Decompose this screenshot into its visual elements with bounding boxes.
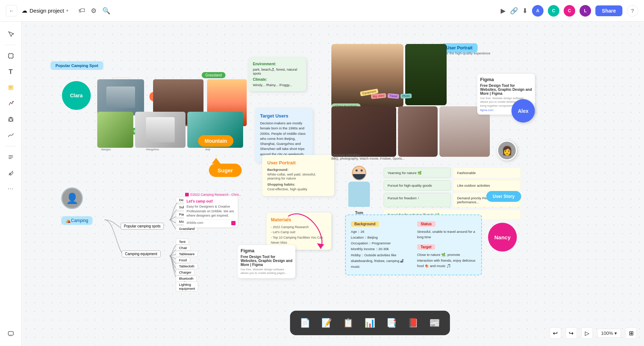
popular-camping-spot-badge: Popular Camping Spot xyxy=(50,61,103,70)
equip-food: Food xyxy=(176,257,190,263)
equip-tableware: Tableware xyxy=(176,251,198,257)
environment-text: park, beach🏖, forest, natural spots xyxy=(253,67,302,75)
environment-title: Environment: xyxy=(253,62,302,66)
avatar-l[interactable]: L xyxy=(580,5,591,17)
svg-point-12 xyxy=(12,101,14,102)
sidebar-item-more[interactable]: ··· xyxy=(4,182,17,195)
avatar-c2[interactable]: C xyxy=(564,5,575,17)
climate-title: Climate: xyxy=(253,77,302,81)
play-icon[interactable]: ▶ xyxy=(501,7,506,15)
sidebar-item-sticky[interactable] xyxy=(4,81,17,94)
figma-logo: Figma xyxy=(241,248,292,253)
figma-card-bottom: Figma Free Design Tool for Websites, Gra… xyxy=(238,245,295,278)
mountain-node: Mountain xyxy=(198,135,233,147)
tag-freedom: Pursuit for freedom ↑ xyxy=(384,193,451,207)
left-sidebar: T ··· xyxy=(0,22,22,346)
target-title: Target xyxy=(417,244,435,250)
figma-card-desc: Our free. Website design software allows… xyxy=(241,268,292,275)
figma-card-title: Free Design Tool for Websites, Graphic D… xyxy=(241,255,292,267)
equip-lighting: Lighting equipment xyxy=(176,281,198,292)
sidebar-item-list[interactable] xyxy=(4,151,17,164)
climate-text: Windy... /Rainy... /Foggy... xyxy=(253,83,302,87)
sidebar-divider-2 xyxy=(5,146,16,146)
portrait-bg-label: Background: xyxy=(267,168,329,172)
photo-park1 xyxy=(97,112,133,148)
anji-label: Anji xyxy=(205,148,210,151)
sidebar-item-shape[interactable] xyxy=(4,113,17,126)
bottom-toolbar: 📄 📝 📋 📊 📑 📕 📰 xyxy=(290,311,450,335)
sidebar-item-draw[interactable] xyxy=(4,97,17,110)
sidebar-item-text[interactable]: T xyxy=(4,65,17,78)
svg-rect-19 xyxy=(8,332,13,335)
tag-nature: Yearning for nature 🌿 xyxy=(384,168,451,178)
toolbar-doc-icon[interactable]: 📄 xyxy=(297,315,313,331)
materials-text: - 2022 Camping Research - Let's Camp out… xyxy=(271,225,327,245)
label-icon[interactable]: 🏷 xyxy=(79,7,85,14)
svg-rect-9 xyxy=(8,85,13,90)
sidebar-divider-1 xyxy=(5,45,16,45)
bg-right-col: Status Stressful, unable to travel aroun… xyxy=(417,220,476,270)
share-button[interactable]: Share xyxy=(595,5,622,16)
lets-camp-title: Let's camp out! xyxy=(187,199,235,203)
toolbar-pdf-icon[interactable]: 📕 xyxy=(405,315,421,331)
help-button[interactable]: ? xyxy=(627,5,638,17)
bottom-right-controls: ↩ ↪ ▷ 100% ▾ ⊞ xyxy=(550,327,637,339)
suger-node: Suger xyxy=(209,162,242,177)
portrait-shopping-text: Cost-effective, high quality xyxy=(267,187,329,191)
toolbar-word-icon[interactable]: 📝 xyxy=(319,315,335,331)
avatar-a[interactable]: A xyxy=(532,5,544,17)
settings-icon[interactable]: ⚙ xyxy=(91,7,97,15)
sidebar-item-curve[interactable] xyxy=(4,129,17,142)
tag-fashionable: Fashionable xyxy=(453,168,520,178)
back-button[interactable]: ← xyxy=(6,5,17,17)
download-icon[interactable]: ⬇ xyxy=(522,7,528,15)
user-story-button[interactable]: User Story xyxy=(486,191,521,202)
relaxing-tag: Relaxing activities: BBQ, photography, W… xyxy=(331,153,405,160)
clara-node[interactable]: Clara xyxy=(62,81,91,110)
sidebar-item-comment[interactable] xyxy=(4,327,17,340)
toolbar-ppt-icon[interactable]: 📑 xyxy=(384,315,399,331)
materials-title: Materials xyxy=(271,217,327,222)
tom-illustration xyxy=(345,166,374,209)
share-link-icon[interactable]: 🔗 xyxy=(510,7,518,15)
zoom-control[interactable]: 100% ▾ xyxy=(597,329,621,338)
grid-view-button[interactable]: ⊞ xyxy=(625,327,637,339)
target-text: Close to nature 🌿, promote interaction w… xyxy=(417,252,476,269)
tom-persona: Tom (white-collar) xyxy=(345,166,374,218)
project-name-button[interactable]: ☁ Design project ▾ xyxy=(22,7,68,14)
cursor-button[interactable]: ▷ xyxy=(581,327,593,339)
toolbar-psd-icon[interactable]: 📰 xyxy=(427,315,443,331)
equip-chair: Chair xyxy=(176,245,191,251)
jiangsu-label: Jiangsu xyxy=(101,148,111,151)
lets-camp-card: Let's camp out! Easy for Designers & Cre… xyxy=(184,196,238,227)
undo-button[interactable]: ↩ xyxy=(550,327,561,339)
header: ← ☁ Design project ▾ 🏷 ⚙ 🔍 ▶ 🔗 ⬇ A C C L… xyxy=(0,0,644,22)
user-portrait-title: User Portrait xyxy=(267,160,329,165)
user-portrait-card: User Portrait Background: White-collar, … xyxy=(262,155,334,196)
search-icon[interactable]: 🔍 xyxy=(102,7,110,15)
photo-house xyxy=(97,79,144,115)
lets-camp-icon xyxy=(231,221,236,225)
canvas[interactable]: Popular Camping Spot Clara Desert Grassl… xyxy=(22,22,644,346)
toolbar-pptx-icon[interactable]: 📋 xyxy=(340,315,356,331)
redo-button[interactable]: ↪ xyxy=(565,327,577,339)
equipment-box: Camping equipment xyxy=(122,250,161,257)
lets-camp-text: Easy for Designers & Creative Profession… xyxy=(187,204,235,218)
photos-bottom-right: Relaxing activities: BBQ, photography, W… xyxy=(331,106,490,164)
sidebar-item-pen[interactable] xyxy=(4,167,17,179)
svg-rect-0 xyxy=(9,54,13,58)
equip-charger: Charger xyxy=(176,269,194,275)
lets-camp-url: dribble.com xyxy=(187,219,235,225)
target-users-title: Target Users xyxy=(260,113,308,119)
sidebar-bottom xyxy=(4,327,17,340)
sidebar-item-select[interactable] xyxy=(4,27,17,40)
avatar-c1[interactable]: C xyxy=(548,5,559,17)
figma-right-title: Free Design Tool for Websites, Graphic D… xyxy=(480,84,532,96)
header-tools: 🏷 ⚙ 🔍 xyxy=(79,7,110,15)
tom-body xyxy=(348,182,370,207)
hangzhou-label: Hangzhou xyxy=(146,148,159,151)
chevron-down-icon: ▾ xyxy=(66,8,68,13)
tom-head xyxy=(352,166,366,180)
toolbar-excel-icon[interactable]: 📊 xyxy=(362,315,378,331)
sidebar-item-frame[interactable] xyxy=(4,49,17,62)
